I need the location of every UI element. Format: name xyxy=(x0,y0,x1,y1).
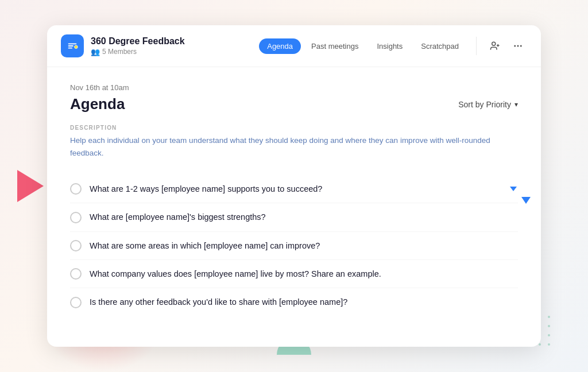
description-section-label: DESCRIPTION xyxy=(70,125,518,131)
app-icon xyxy=(61,34,84,57)
svg-marker-8 xyxy=(510,187,517,191)
radio-button[interactable] xyxy=(70,240,82,251)
meeting-title: 360 Degree Feedback xyxy=(91,36,259,46)
svg-point-2 xyxy=(492,42,496,45)
sort-control[interactable]: Sort by Priority ▾ xyxy=(458,100,518,109)
agenda-item-text: What are 1-2 ways [employee name] suppor… xyxy=(90,183,322,195)
tab-past-meetings[interactable]: Past meetings xyxy=(303,38,366,54)
meeting-members: 👥 5 Members xyxy=(91,48,259,56)
agenda-item-text: What are some areas in which [employee n… xyxy=(90,240,320,251)
right-side-dropdown-icon xyxy=(520,195,532,208)
content-header: Agenda Sort by Priority ▾ xyxy=(70,95,518,113)
svg-point-6 xyxy=(517,45,519,47)
agenda-item: What company values does [employee name]… xyxy=(70,260,518,288)
dropdown-triangle-icon xyxy=(509,184,518,193)
svg-point-1 xyxy=(75,45,78,49)
header-nav: Agenda Past meetings Insights Scratchpad xyxy=(259,38,467,54)
more-options-button[interactable] xyxy=(509,37,527,55)
radio-button[interactable] xyxy=(70,183,82,195)
agenda-item: What are 1-2 ways [employee name] suppor… xyxy=(70,175,518,203)
radio-button[interactable] xyxy=(70,268,82,280)
svg-marker-9 xyxy=(521,197,531,204)
content-area: Nov 16th at 10am Agenda Sort by Priority… xyxy=(47,67,541,332)
main-card: 360 Degree Feedback 👥 5 Members Agenda P… xyxy=(47,25,541,347)
date-label: Nov 16th at 10am xyxy=(70,83,518,92)
members-icon: 👥 xyxy=(91,48,100,56)
radio-button[interactable] xyxy=(70,212,82,223)
tab-insights[interactable]: Insights xyxy=(369,38,411,54)
agenda-item-text: Is there any other feedback you'd like t… xyxy=(90,296,347,308)
radio-button[interactable] xyxy=(70,297,82,308)
description-text: Help each individual on your team unders… xyxy=(70,134,518,159)
sort-label: Sort by Priority xyxy=(458,100,511,109)
header: 360 Degree Feedback 👥 5 Members Agenda P… xyxy=(47,25,541,67)
members-count: 5 Members xyxy=(102,48,137,56)
sort-chevron-icon: ▾ xyxy=(514,100,518,108)
agenda-item: Is there any other feedback you'd like t… xyxy=(70,288,518,316)
tab-agenda[interactable]: Agenda xyxy=(259,38,301,54)
agenda-item-text: What company values does [employee name]… xyxy=(90,268,381,280)
agenda-item: What are some areas in which [employee n… xyxy=(70,232,518,260)
agenda-item: What are [employee name]'s biggest stren… xyxy=(70,203,518,231)
meeting-info: 360 Degree Feedback 👥 5 Members xyxy=(91,36,259,56)
header-actions xyxy=(476,37,527,55)
agenda-list: What are 1-2 ways [employee name] suppor… xyxy=(70,175,518,316)
add-member-button[interactable] xyxy=(486,37,504,55)
tab-scratchpad[interactable]: Scratchpad xyxy=(413,38,467,54)
background-triangle xyxy=(17,170,44,202)
svg-point-7 xyxy=(520,45,522,47)
agenda-item-text: What are [employee name]'s biggest stren… xyxy=(90,211,266,223)
page-title: Agenda xyxy=(70,95,125,113)
svg-point-5 xyxy=(514,45,516,47)
